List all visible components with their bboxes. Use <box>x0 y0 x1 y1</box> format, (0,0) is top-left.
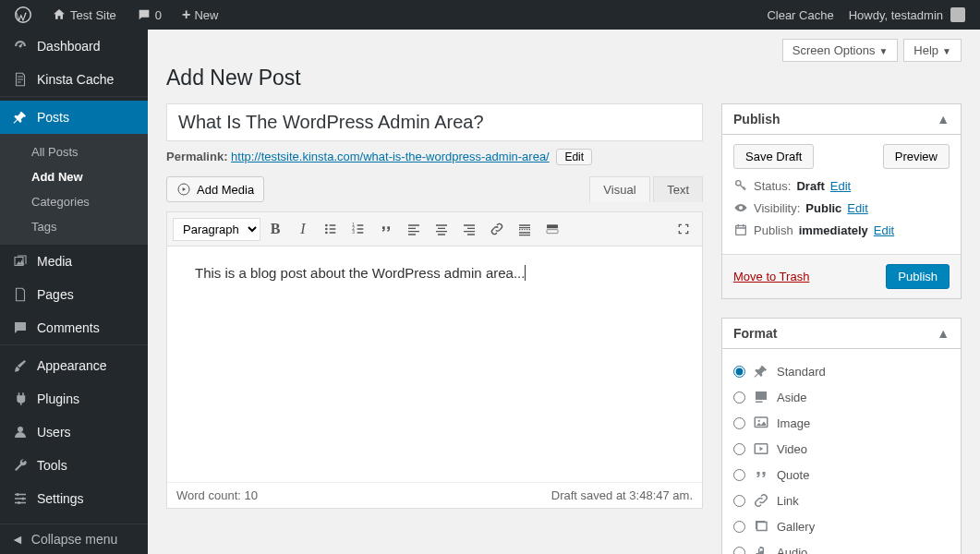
format-label: Image <box>777 416 810 430</box>
menu-appearance[interactable]: Appearance <box>0 349 148 382</box>
svg-point-1 <box>18 427 23 432</box>
ul-button[interactable] <box>318 216 344 242</box>
add-media-button[interactable]: Add Media <box>166 176 264 202</box>
clear-cache-link[interactable]: Clear Cache <box>759 0 841 30</box>
format-radio[interactable] <box>733 366 745 378</box>
format-select[interactable]: Paragraph <box>173 218 260 241</box>
image-icon <box>753 415 769 431</box>
submenu-categories[interactable]: Categories <box>0 189 148 214</box>
format-option-aside[interactable]: Aside <box>733 384 950 410</box>
format-option-gallery[interactable]: Gallery <box>733 513 950 539</box>
permalink-edit-button[interactable]: Edit <box>556 149 592 165</box>
menu-posts[interactable]: Posts <box>0 101 148 134</box>
menu-settings[interactable]: Settings <box>0 482 148 515</box>
screen-options-tab[interactable]: Screen Options▼ <box>782 39 899 62</box>
format-option-image[interactable]: Image <box>733 410 950 436</box>
svg-rect-15 <box>736 225 746 235</box>
autosave-status: Draft saved at 3:48:47 am. <box>551 488 693 502</box>
help-tab[interactable]: Help▼ <box>903 39 962 62</box>
post-title-input[interactable] <box>166 103 703 141</box>
format-label: Aside <box>777 391 807 404</box>
permalink-row: Permalink: http://testsite.kinsta.com/wh… <box>166 149 703 165</box>
svg-rect-12 <box>547 224 558 228</box>
menu-dashboard[interactable]: Dashboard <box>0 30 148 63</box>
menu-kinsta-cache[interactable]: Kinsta Cache <box>0 63 148 96</box>
site-link[interactable]: Test Site <box>44 0 124 30</box>
howdy-link[interactable]: Howdy, testadmin <box>841 0 973 30</box>
collapse-menu[interactable]: ◄Collapse menu <box>0 524 148 554</box>
link-button[interactable] <box>484 216 510 242</box>
format-radio[interactable] <box>733 547 745 555</box>
menu-users[interactable]: Users <box>0 416 148 449</box>
calendar-icon <box>733 223 748 237</box>
svg-rect-13 <box>547 230 558 234</box>
save-draft-button[interactable]: Save Draft <box>733 144 814 169</box>
publish-button[interactable]: Publish <box>886 264 950 289</box>
submenu-add-new[interactable]: Add New <box>0 164 148 189</box>
page-title: Add New Post <box>166 66 962 90</box>
svg-point-4 <box>18 501 20 504</box>
align-right-button[interactable] <box>456 216 482 242</box>
align-left-button[interactable] <box>401 216 427 242</box>
format-option-audio[interactable]: Audio <box>733 539 950 554</box>
word-count: Word count: 10 <box>176 488 258 502</box>
editor-tab-visual[interactable]: Visual <box>589 176 649 202</box>
menu-pages[interactable]: Pages <box>0 278 148 311</box>
posts-submenu: All Posts Add New Categories Tags <box>0 134 148 245</box>
format-option-quote[interactable]: Quote <box>733 462 950 488</box>
toolbar-toggle-button[interactable] <box>539 216 565 242</box>
format-radio[interactable] <box>733 495 745 507</box>
format-radio[interactable] <box>733 391 745 403</box>
ol-button[interactable]: 123 <box>345 216 371 242</box>
format-option-link[interactable]: Link <box>733 488 950 513</box>
plug-icon <box>11 390 30 408</box>
editor: Paragraph B I 123 <box>166 211 703 509</box>
submenu-all-posts[interactable]: All Posts <box>0 139 148 164</box>
editor-body[interactable]: This is a blog post about the WordPress … <box>167 247 702 482</box>
svg-point-14 <box>736 181 741 186</box>
key-icon <box>733 178 748 193</box>
menu-tools[interactable]: Tools <box>0 449 148 482</box>
permalink-label: Permalink: <box>166 150 227 163</box>
eye-icon <box>733 200 748 215</box>
video-icon <box>753 440 769 457</box>
avatar <box>950 7 965 22</box>
svg-point-2 <box>17 493 19 496</box>
preview-button[interactable]: Preview <box>883 144 950 169</box>
format-option-standard[interactable]: Standard <box>733 358 950 384</box>
media-icon <box>176 182 191 197</box>
align-center-button[interactable] <box>429 216 454 242</box>
submenu-tags[interactable]: Tags <box>0 214 148 239</box>
link-icon <box>753 492 769 509</box>
media-icon <box>11 252 30 271</box>
publish-box-header[interactable]: Publish▲ <box>722 104 961 135</box>
move-to-trash-link[interactable]: Move to Trash <box>733 270 809 283</box>
menu-comments[interactable]: Comments <box>0 311 148 344</box>
menu-plugins[interactable]: Plugins <box>0 382 148 416</box>
format-radio[interactable] <box>733 443 745 455</box>
svg-point-17 <box>758 420 760 422</box>
audio-icon <box>753 544 769 554</box>
format-radio[interactable] <box>733 521 745 533</box>
quote-button[interactable] <box>373 216 399 242</box>
format-option-video[interactable]: Video <box>733 436 950 462</box>
readmore-button[interactable] <box>512 216 538 242</box>
format-radio[interactable] <box>733 417 745 429</box>
schedule-edit-link[interactable]: Edit <box>874 223 894 237</box>
wp-logo[interactable] <box>7 0 39 30</box>
comments-link[interactable]: 0 <box>129 0 169 30</box>
fullscreen-button[interactable] <box>671 216 696 242</box>
doc-icon <box>11 70 30 89</box>
collapse-icon: ◄ <box>11 532 24 547</box>
bold-button[interactable]: B <box>262 216 288 242</box>
aside-icon <box>753 389 769 405</box>
visibility-edit-link[interactable]: Edit <box>847 201 867 215</box>
permalink-url[interactable]: http://testsite.kinsta.com/what-is-the-w… <box>231 150 550 163</box>
menu-media[interactable]: Media <box>0 245 148 278</box>
status-edit-link[interactable]: Edit <box>830 179 851 193</box>
format-box-header[interactable]: Format▲ <box>722 319 961 349</box>
editor-tab-text[interactable]: Text <box>653 176 703 202</box>
new-link[interactable]: +New <box>175 0 225 30</box>
format-radio[interactable] <box>733 469 745 481</box>
italic-button[interactable]: I <box>290 216 316 242</box>
